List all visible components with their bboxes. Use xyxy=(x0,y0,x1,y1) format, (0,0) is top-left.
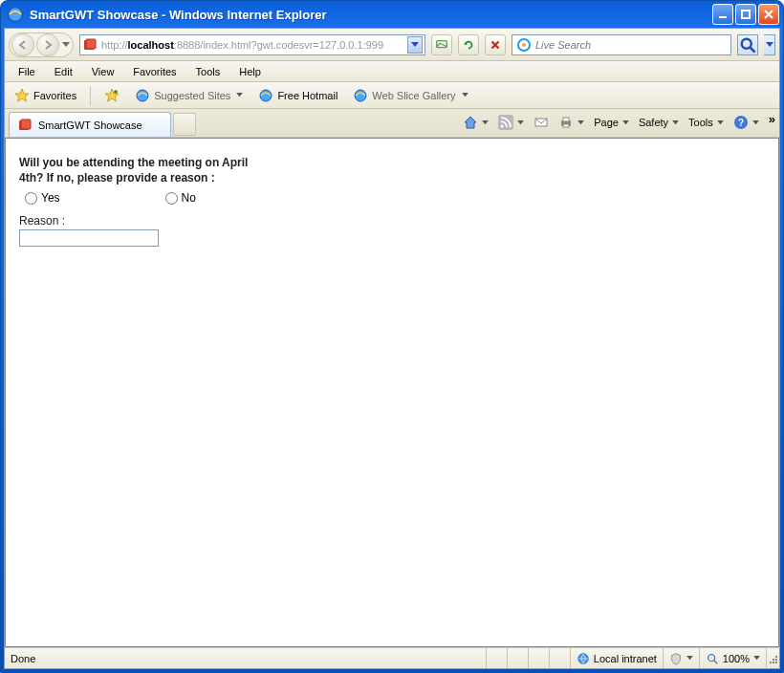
address-url: http://localhost:8888/index.html?gwt.cod… xyxy=(101,39,405,51)
search-box[interactable]: Live Search xyxy=(512,34,731,55)
close-button[interactable] xyxy=(758,4,779,25)
refresh-button[interactable] xyxy=(458,34,479,55)
chevron-down-icon xyxy=(752,120,759,125)
zoom-control[interactable]: 100% xyxy=(699,648,766,668)
chevron-down-icon xyxy=(462,93,468,98)
status-text: Done xyxy=(5,653,486,664)
safety-menu-label: Safety xyxy=(639,117,668,128)
home-button[interactable] xyxy=(459,113,492,132)
separator xyxy=(90,86,91,105)
suggested-sites-label: Suggested Sites xyxy=(154,90,230,101)
radio-no-input[interactable] xyxy=(165,192,178,205)
menu-favorites[interactable]: Favorites xyxy=(123,64,185,79)
tab-active[interactable]: SmartGWT Showcase xyxy=(9,112,171,137)
security-zone-label: Local intranet xyxy=(594,653,657,664)
address-bar[interactable]: http://localhost:8888/index.html?gwt.cod… xyxy=(79,34,425,55)
menu-file[interactable]: File xyxy=(9,64,45,79)
svg-rect-27 xyxy=(770,662,772,663)
nav-arrows xyxy=(9,33,74,57)
command-overflow-button[interactable]: » xyxy=(769,110,775,126)
tab-title: SmartGWT Showcase xyxy=(38,119,142,131)
ie-page-icon xyxy=(135,88,150,103)
status-bar: Done Local intranet 100% xyxy=(5,647,779,668)
address-dropdown[interactable] xyxy=(407,36,423,54)
web-slice-link[interactable]: Web Slice Gallery xyxy=(347,86,473,105)
status-empty xyxy=(528,648,549,668)
svg-rect-26 xyxy=(775,659,777,661)
help-button[interactable]: ? xyxy=(730,113,763,132)
svg-rect-1 xyxy=(719,16,727,18)
minimize-button[interactable] xyxy=(712,4,733,25)
feeds-button[interactable] xyxy=(494,113,528,132)
zone-icon xyxy=(577,652,590,665)
web-slice-label: Web Slice Gallery xyxy=(372,90,455,101)
search-placeholder: Live Search xyxy=(535,39,591,51)
home-icon xyxy=(463,115,478,130)
reason-input[interactable] xyxy=(19,229,159,247)
svg-point-23 xyxy=(708,654,714,661)
mail-icon xyxy=(534,115,549,130)
chevron-down-icon xyxy=(482,120,489,125)
svg-rect-18 xyxy=(563,118,569,121)
svg-rect-28 xyxy=(773,662,774,663)
free-hotmail-label: Free Hotmail xyxy=(277,90,338,101)
rss-icon xyxy=(498,115,513,130)
free-hotmail-link[interactable]: Free Hotmail xyxy=(252,86,343,105)
stop-button[interactable] xyxy=(485,34,506,55)
ie-page-icon xyxy=(258,88,273,103)
menu-bar: File Edit View Favorites Tools Help xyxy=(5,61,779,82)
window-buttons xyxy=(712,4,779,25)
tab-row: SmartGWT Showcase xyxy=(5,109,779,138)
search-dropdown[interactable] xyxy=(764,34,775,55)
menu-edit[interactable]: Edit xyxy=(45,64,82,79)
svg-rect-24 xyxy=(775,656,777,658)
bing-icon xyxy=(516,37,532,53)
protected-mode[interactable] xyxy=(663,648,699,668)
print-icon xyxy=(558,115,574,130)
add-favorite-button[interactable] xyxy=(98,86,125,105)
help-icon: ? xyxy=(733,115,749,130)
favorites-button[interactable]: Favorites xyxy=(9,86,82,105)
browser-window: SmartGWT Showcase - Windows Internet Exp… xyxy=(0,0,784,673)
menu-view[interactable]: View xyxy=(82,64,124,79)
safety-menu[interactable]: Safety xyxy=(635,115,683,130)
back-button[interactable] xyxy=(11,33,34,56)
chevron-down-icon xyxy=(686,656,693,661)
resize-grip[interactable] xyxy=(766,648,779,668)
nav-history-dropdown[interactable] xyxy=(60,33,72,56)
page-menu[interactable]: Page xyxy=(590,115,633,130)
tab-favicon-icon xyxy=(17,118,33,133)
ie-page-icon xyxy=(353,88,368,103)
command-bar: Page Safety Tools ? » xyxy=(459,110,775,137)
radio-yes[interactable]: Yes xyxy=(25,191,60,205)
zoom-value: 100% xyxy=(723,653,750,664)
suggested-sites-link[interactable]: Suggested Sites xyxy=(129,86,249,105)
tools-menu[interactable]: Tools xyxy=(685,115,728,130)
menu-tools[interactable]: Tools xyxy=(186,64,230,79)
browser-chrome: http://localhost:8888/index.html?gwt.cod… xyxy=(4,28,780,669)
chevron-down-icon xyxy=(622,120,629,125)
status-empty xyxy=(507,648,528,668)
menu-help[interactable]: Help xyxy=(229,64,271,79)
radio-no[interactable]: No xyxy=(165,191,196,205)
window-title: SmartGWT Showcase - Windows Internet Exp… xyxy=(30,8,712,22)
security-zone[interactable]: Local intranet xyxy=(570,648,663,668)
radio-yes-input[interactable] xyxy=(25,192,37,205)
compat-view-button[interactable] xyxy=(431,34,452,55)
ie-logo-icon xyxy=(7,6,24,23)
maximize-button[interactable] xyxy=(735,4,756,25)
attending-radio-group: Yes No xyxy=(25,191,765,205)
chevron-down-icon xyxy=(753,656,760,661)
read-mail-button[interactable] xyxy=(530,113,553,132)
new-tab-button[interactable] xyxy=(173,113,196,136)
svg-rect-29 xyxy=(775,662,777,663)
zoom-icon xyxy=(706,652,719,665)
favorites-bar: Favorites Suggested Sites Free Hotmail xyxy=(5,82,779,109)
search-go-button[interactable] xyxy=(737,34,758,55)
print-button[interactable] xyxy=(555,113,588,132)
forward-button[interactable] xyxy=(36,33,59,56)
chevron-down-icon xyxy=(236,93,243,98)
svg-point-15 xyxy=(501,125,504,128)
reason-label: Reason : xyxy=(19,214,765,228)
titlebar: SmartGWT Showcase - Windows Internet Exp… xyxy=(1,1,783,28)
